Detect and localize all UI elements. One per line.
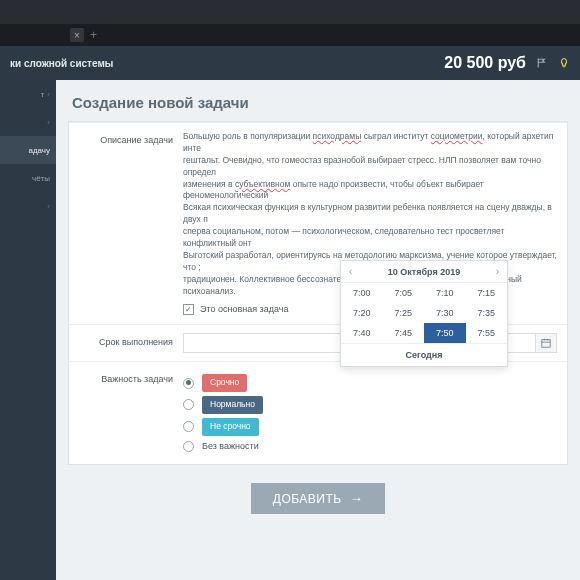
desc-label: Описание задачи [79,131,183,316]
priority-none[interactable]: Без важности [183,440,557,453]
page-title: Создание новой задачи [72,94,568,111]
balance: 20 500 руб [444,54,526,72]
calendar-button[interactable] [535,333,557,353]
main-task-label: Это основная задача [200,303,289,316]
priority-normal[interactable]: Нормально [183,396,557,414]
main-task-checkbox[interactable]: ✓ [183,304,194,315]
tab-close-icon[interactable]: × [70,28,84,42]
browser-tabs: × + [0,24,580,46]
time-cell[interactable]: 7:35 [466,303,508,323]
flag-icon[interactable] [536,57,548,69]
arrow-right-icon: → [350,491,364,506]
titlebar [0,0,580,24]
breadcrumb: ки сложной системы [10,58,113,69]
bulb-icon[interactable] [558,57,570,69]
time-grid: 7:007:057:107:157:207:257:307:357:407:45… [341,283,507,343]
time-cell[interactable]: 7:00 [341,283,383,303]
app-topbar: ки сложной системы 20 500 руб [0,46,580,80]
time-cell[interactable]: 7:10 [424,283,466,303]
sidebar-item-reports[interactable]: чёты [0,164,56,192]
time-cell[interactable]: 7:50 [424,323,466,343]
chevron-left-icon: ‹ [47,118,50,127]
sidebar-item-1[interactable]: ‹ [0,108,56,136]
chevron-left-icon: ‹ [47,90,50,99]
time-cell[interactable]: 7:05 [383,283,425,303]
sidebar-item-4[interactable]: ‹ [0,192,56,220]
time-cell[interactable]: 7:25 [383,303,425,323]
time-cell[interactable]: 7:45 [383,323,425,343]
time-cell[interactable]: 7:15 [466,283,508,303]
next-month-icon[interactable]: › [496,266,499,277]
svg-rect-0 [542,340,550,348]
time-cell[interactable]: 7:40 [341,323,383,343]
time-cell[interactable]: 7:30 [424,303,466,323]
submit-button[interactable]: ДОБАВИТЬ→ [251,483,385,514]
sidebar: т‹ ‹ адачу чёты ‹ [0,80,56,580]
priority-urgent[interactable]: Срочно [183,374,557,392]
time-cell[interactable]: 7:55 [466,323,508,343]
sidebar-item-0[interactable]: т‹ [0,80,56,108]
datetime-popover: ‹ 10 Октября 2019 › 7:007:057:107:157:20… [340,260,508,367]
priority-label: Важность задачи [79,370,183,456]
radio-icon [183,399,194,410]
sidebar-item-task[interactable]: адачу [0,136,56,164]
radio-icon [183,421,194,432]
due-label: Срок выполнения [79,333,183,353]
popover-date: 10 Октября 2019 [388,267,460,277]
radio-icon [183,378,194,389]
time-cell[interactable]: 7:20 [341,303,383,323]
calendar-icon [541,338,551,348]
new-tab-icon[interactable]: + [90,28,97,42]
prev-month-icon[interactable]: ‹ [349,266,352,277]
main-panel: Создание новой задачи Описание задачи Бо… [56,80,580,580]
priority-noturgent[interactable]: Не срочно [183,418,557,436]
today-button[interactable]: Сегодня [341,343,507,366]
chevron-left-icon: ‹ [47,202,50,211]
radio-icon [183,441,194,452]
